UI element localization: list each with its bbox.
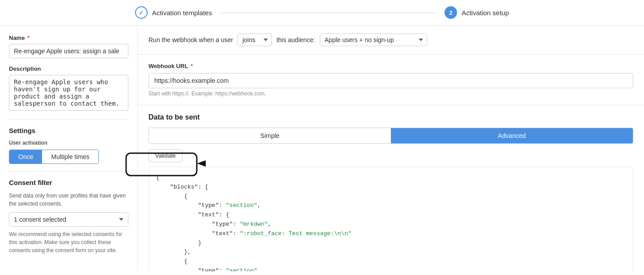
step2-icon: 2 — [445, 6, 457, 19]
trigger-text-2: this audience: — [276, 36, 315, 43]
user-activation-label: User activation — [9, 140, 128, 146]
name-input[interactable] — [9, 44, 128, 58]
data-section-title: Data to be sent — [148, 113, 633, 121]
webhook-url-hint: Start with https://. Example: https://we… — [148, 90, 633, 97]
main-layout: Name * Description Re-engage Apple users… — [0, 26, 644, 271]
description-field-group: Description Re-engage Apple users who ha… — [9, 65, 128, 112]
consent-footer-note: We recommend using the selected consents… — [9, 230, 128, 254]
step-activation-setup[interactable]: 2 Activation setup — [445, 6, 509, 19]
webhook-url-input[interactable] — [148, 73, 633, 88]
audience-select[interactable]: Apple users + no sign-up — [320, 34, 427, 46]
step1-icon: ✓ — [135, 6, 148, 19]
webhook-url-label: Webhook URL * — [148, 63, 633, 69]
tab-advanced[interactable]: Advanced — [391, 128, 633, 143]
validate-button[interactable]: Validate — [148, 149, 182, 162]
webhook-trigger-row: Run the webhook when a user joins leaves… — [138, 26, 644, 55]
user-activation-toggle: Once Multiple times — [9, 150, 99, 164]
consent-filter-desc: Send data only from user profiles that h… — [9, 192, 128, 208]
divider-settings — [9, 119, 128, 120]
toggle-multiple-times[interactable]: Multiple times — [42, 150, 98, 163]
trigger-text-1: Run the webhook when a user — [148, 36, 233, 43]
user-activation-group: User activation Once Multiple times — [9, 140, 128, 164]
divider-consent — [9, 171, 128, 172]
trigger-joins-select[interactable]: joins leaves — [237, 34, 272, 46]
data-section: Data to be sent Simple Advanced Validate… — [138, 105, 644, 271]
code-block: { "blocks": [ { "type": "section", "text… — [148, 167, 633, 271]
name-field-group: Name * — [9, 34, 128, 58]
left-panel: Name * Description Re-engage Apple users… — [0, 26, 138, 271]
webhook-url-section: Webhook URL * Start with https://. Examp… — [138, 55, 644, 105]
consent-select-wrapper: 1 consent selected — [9, 212, 128, 227]
stepper-connector — [221, 13, 436, 13]
settings-title: Settings — [9, 127, 128, 134]
stepper-bar: ✓ Activation templates 2 Activation setu… — [0, 0, 644, 26]
step2-label: Activation setup — [462, 9, 509, 17]
step-activation-templates[interactable]: ✓ Activation templates — [135, 6, 212, 19]
toggle-once[interactable]: Once — [9, 150, 42, 163]
consent-filter-title: Consent filter — [9, 179, 128, 186]
step1-label: Activation templates — [152, 9, 212, 17]
right-panel: Run the webhook when a user joins leaves… — [138, 26, 644, 271]
description-label: Description — [9, 65, 128, 72]
tab-simple[interactable]: Simple — [149, 128, 391, 143]
consent-select[interactable]: 1 consent selected — [9, 212, 128, 227]
name-label: Name * — [9, 34, 128, 41]
name-required: * — [25, 34, 30, 41]
data-tabs: Simple Advanced — [148, 128, 633, 144]
description-input[interactable]: Re-engage Apple users who haven't sign u… — [9, 75, 128, 111]
